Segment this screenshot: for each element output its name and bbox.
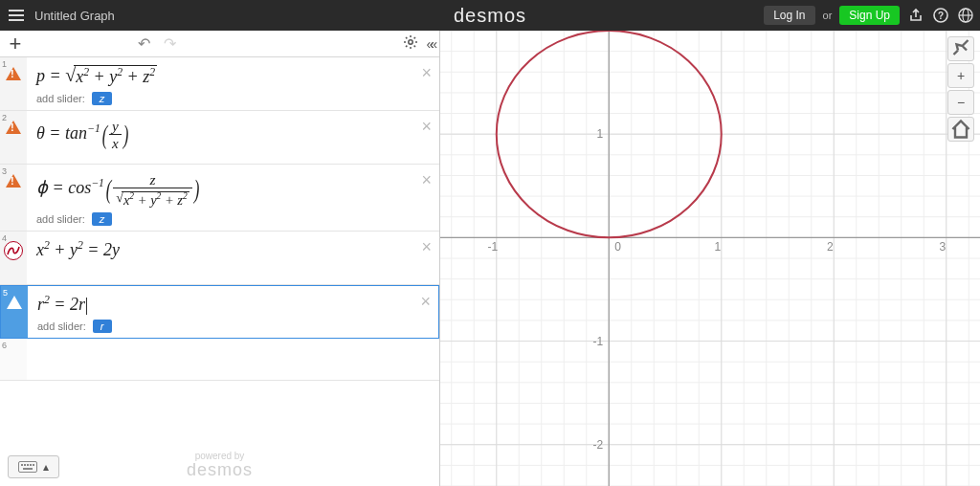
svg-rect-7: [24, 464, 26, 466]
svg-text:3: 3: [939, 240, 946, 254]
graph-canvas[interactable]: -10123-2-11: [440, 31, 980, 486]
home-button[interactable]: [947, 117, 974, 142]
expression-row-empty[interactable]: 6: [0, 339, 439, 381]
login-button[interactable]: Log In: [764, 6, 814, 25]
plot-enabled-icon: [4, 241, 23, 260]
svg-text:-1: -1: [593, 335, 604, 348]
text-caret: [86, 298, 87, 315]
svg-rect-6: [21, 464, 23, 466]
redo-button[interactable]: ↷: [164, 34, 176, 53]
svg-text:1: 1: [714, 240, 721, 254]
svg-text:2: 2: [827, 240, 834, 254]
expression-row[interactable]: 4 x2 + y2 = 2y ×: [0, 232, 439, 285]
add-slider-button[interactable]: r: [93, 320, 112, 333]
add-slider-button[interactable]: z: [92, 92, 113, 105]
expression-math[interactable]: θ = tan−1(yx): [36, 123, 130, 143]
expression-row[interactable]: 3 ϕ = cos−1(z√x2 + y2 + z2) add slider: …: [0, 165, 439, 232]
row-index: 4: [2, 233, 7, 243]
svg-rect-5: [19, 462, 37, 473]
add-expression-button[interactable]: +: [6, 32, 25, 56]
svg-rect-9: [30, 464, 32, 466]
keyboard-toggle-button[interactable]: ▴: [8, 455, 59, 478]
zoom-out-button[interactable]: −: [947, 90, 974, 115]
svg-text:-1: -1: [487, 240, 498, 254]
topbar: Untitled Graph desmos Log In or Sign Up …: [0, 0, 980, 31]
svg-text:-2: -2: [593, 438, 604, 452]
slider-prompt: add slider: z: [36, 93, 430, 104]
delete-row-button[interactable]: ×: [421, 63, 432, 83]
expression-toolbar: + ↶ ↷ ««: [0, 31, 439, 57]
share-icon[interactable]: [907, 7, 924, 24]
graph-tools: + −: [947, 36, 974, 142]
expression-math[interactable]: x2 + y2 = 2y: [36, 240, 120, 259]
expression-math[interactable]: p = √x2 + y2 + z2: [36, 66, 157, 85]
add-slider-button[interactable]: z: [92, 212, 113, 226]
collapse-panel-button[interactable]: ««: [426, 36, 434, 52]
chevron-up-icon: ▴: [43, 460, 49, 474]
svg-text:1: 1: [597, 127, 604, 141]
delete-row-button[interactable]: ×: [421, 237, 432, 257]
svg-rect-10: [33, 464, 34, 466]
warning-icon: [6, 174, 21, 188]
powered-by: powered by desmos: [187, 451, 253, 480]
expression-list: 1 p = √x2 + y2 + z2 add slider: z × 2 θ …: [0, 57, 439, 486]
brand-logo: desmos: [454, 5, 526, 27]
svg-point-4: [409, 39, 412, 43]
expression-panel: + ↶ ↷ «« 1 p = √x2 + y2 + z2 add slider:…: [0, 31, 440, 486]
delete-row-button[interactable]: ×: [421, 117, 432, 137]
warning-icon: [7, 296, 22, 309]
undo-button[interactable]: ↶: [138, 34, 150, 53]
language-icon[interactable]: [957, 7, 974, 24]
graph-area[interactable]: -10123-2-11 + −: [440, 31, 980, 486]
slider-prompt: add slider: r: [37, 320, 429, 332]
menu-icon[interactable]: [6, 5, 27, 26]
svg-rect-11: [23, 468, 33, 470]
warning-icon: [6, 67, 21, 80]
svg-text:0: 0: [614, 240, 621, 254]
svg-rect-8: [27, 464, 29, 466]
expression-row[interactable]: 2 θ = tan−1(yx) ×: [0, 111, 439, 165]
help-icon[interactable]: ?: [932, 7, 949, 24]
graph-title[interactable]: Untitled Graph: [34, 9, 115, 23]
settings-icon[interactable]: [403, 34, 418, 54]
slider-prompt: add slider: z: [36, 213, 430, 225]
or-text: or: [823, 10, 833, 21]
expression-row-active[interactable]: 5 r2 = 2r add slider: r ×: [0, 285, 439, 339]
svg-text:?: ?: [938, 11, 944, 21]
delete-row-button[interactable]: ×: [420, 292, 431, 312]
warning-icon: [6, 121, 21, 134]
zoom-in-button[interactable]: +: [947, 63, 974, 88]
expression-math[interactable]: r2 = 2r: [37, 295, 87, 314]
signup-button[interactable]: Sign Up: [839, 6, 900, 25]
expression-math[interactable]: ϕ = cos−1(z√x2 + y2 + z2): [36, 178, 201, 197]
graph-settings-button[interactable]: [947, 36, 974, 61]
row-index: 6: [2, 341, 7, 350]
delete-row-button[interactable]: ×: [421, 170, 432, 190]
keyboard-icon: [18, 461, 37, 473]
expression-row[interactable]: 1 p = √x2 + y2 + z2 add slider: z ×: [0, 57, 439, 111]
